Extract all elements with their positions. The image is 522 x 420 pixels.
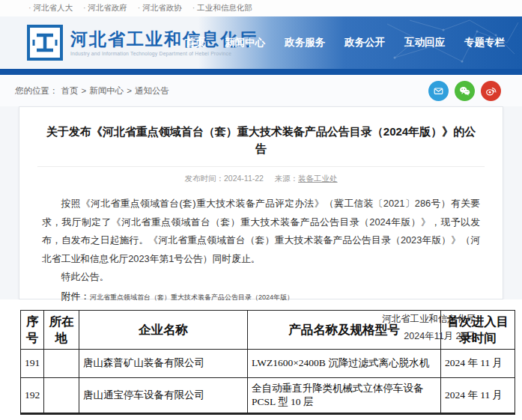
cell-serial-number: 191 bbox=[21, 350, 44, 378]
table-row: 191 唐山森普矿山装备有限公司 LWZ1600×2400B 沉降过滤式离心脱水… bbox=[21, 350, 515, 378]
top-link-renda[interactable]: 河北省人大 bbox=[28, 3, 73, 13]
publish-time-label: 发布时间： bbox=[184, 174, 224, 183]
breadcrumb: 您的位置： 首页 > 新闻中心 > 通知公告 bbox=[15, 85, 169, 97]
top-link-zhengxie[interactable]: 河北省政协 bbox=[138, 3, 182, 13]
publish-time-value: 2024-11-22 bbox=[224, 174, 264, 183]
share-wechat-button[interactable] bbox=[455, 81, 475, 101]
main-nav: 首页 新闻中心 政务服务 政务公开 互动回应 专题专栏 bbox=[175, 16, 515, 69]
breadcrumb-separator: > bbox=[82, 86, 87, 95]
weibo-icon bbox=[485, 85, 497, 97]
attachment-label: 附件： bbox=[61, 290, 90, 302]
cell-product-name: LWZ1600×2400B 沉降过滤式离心脱水机 bbox=[248, 350, 441, 378]
share-buttons bbox=[428, 81, 501, 101]
cell-company-name: 唐山森普矿山装备有限公司 bbox=[79, 350, 248, 378]
article-title: 关于发布《河北省重点领域首台（套）重大技术装备产品公告目录（2024年版）》的公… bbox=[42, 124, 480, 157]
breadcrumb-separator: > bbox=[127, 86, 132, 95]
article-closing: 特此公告。 bbox=[42, 268, 480, 286]
breadcrumb-news-center[interactable]: 新闻中心 bbox=[89, 85, 124, 97]
nav-gov-services[interactable]: 政务服务 bbox=[275, 36, 335, 49]
wechat-icon bbox=[458, 85, 471, 97]
article-paragraph: 按照《河北省重点领域首台(套)重大技术装备产品评定办法》（冀工信装〔2021〕2… bbox=[42, 195, 480, 268]
top-link-miit[interactable]: 工业和信息化部 bbox=[192, 3, 252, 13]
article-meta: 发布时间：2024-11-22 来源：装备工业处 bbox=[42, 174, 480, 184]
header-serial-number: 序号 bbox=[21, 311, 44, 350]
header-company-name: 企业名称 bbox=[79, 311, 248, 350]
hebei-miit-seal-icon bbox=[27, 25, 63, 61]
header-bottom-strip bbox=[0, 69, 522, 75]
cell-serial-number: 192 bbox=[21, 378, 44, 414]
mail-icon bbox=[432, 85, 445, 97]
cell-company-name: 唐山通宝停车设备有限公司 bbox=[79, 378, 248, 414]
article-body: 按照《河北省重点领域首台(套)重大技术装备产品评定办法》（冀工信装〔2021〕2… bbox=[42, 195, 480, 268]
top-links-bar: 河北省人大 河北省政府 河北省政协 工业和信息化部 bbox=[0, 0, 522, 16]
attachment-link[interactable]: 河北省重点领域首台（套）重大技术装备产品公告目录（2024年版） bbox=[90, 293, 294, 301]
cell-first-listed: 2024 年 11 月 bbox=[441, 350, 515, 378]
breadcrumb-row: 您的位置： 首页 > 新闻中心 > 通知公告 bbox=[0, 75, 522, 106]
breadcrumb-home[interactable]: 首页 bbox=[61, 85, 79, 97]
nav-news-center[interactable]: 新闻中心 bbox=[215, 36, 275, 49]
source-value[interactable]: 装备工业处 bbox=[298, 174, 338, 183]
cell-product-name: 全自动垂直升降类机械式立体停车设备 PCSL 型 10 层 bbox=[248, 378, 441, 414]
cell-location bbox=[44, 350, 79, 378]
title-divider bbox=[37, 166, 485, 167]
nav-gov-disclosure[interactable]: 政务公开 bbox=[335, 36, 395, 49]
cell-first-listed: 2024 年 11 月 bbox=[441, 378, 515, 414]
site-header: 河北省工业和信息化厅 Industry and Information Tech… bbox=[0, 16, 522, 69]
breadcrumb-notices[interactable]: 通知公告 bbox=[135, 85, 169, 97]
header-location: 所在地 bbox=[44, 311, 79, 350]
top-link-zhengfu[interactable]: 河北省政府 bbox=[83, 3, 127, 13]
nav-interaction[interactable]: 互动回应 bbox=[395, 36, 455, 49]
source-label: 来源： bbox=[275, 174, 299, 183]
article-card: 关于发布《河北省重点领域首台（套）重大技术装备产品公告目录（2024年版）》的公… bbox=[19, 106, 503, 299]
nav-special-topics[interactable]: 专题专栏 bbox=[455, 36, 515, 49]
share-weibo-button[interactable] bbox=[481, 81, 501, 101]
page-main: 您的位置： 首页 > 新闻中心 > 通知公告 bbox=[0, 75, 522, 415]
catalog-table: 序号 所在地 企业名称 产品名称及规格型号 首次进入目录时间 191 唐山森普矿… bbox=[20, 310, 515, 415]
table-row: 192 唐山通宝停车设备有限公司 全自动垂直升降类机械式立体停车设备 PCSL … bbox=[21, 378, 515, 414]
share-mail-button[interactable] bbox=[428, 81, 449, 101]
breadcrumb-prefix: 您的位置： bbox=[15, 85, 58, 97]
nav-home[interactable]: 首页 bbox=[175, 36, 215, 49]
cell-location bbox=[44, 378, 79, 414]
